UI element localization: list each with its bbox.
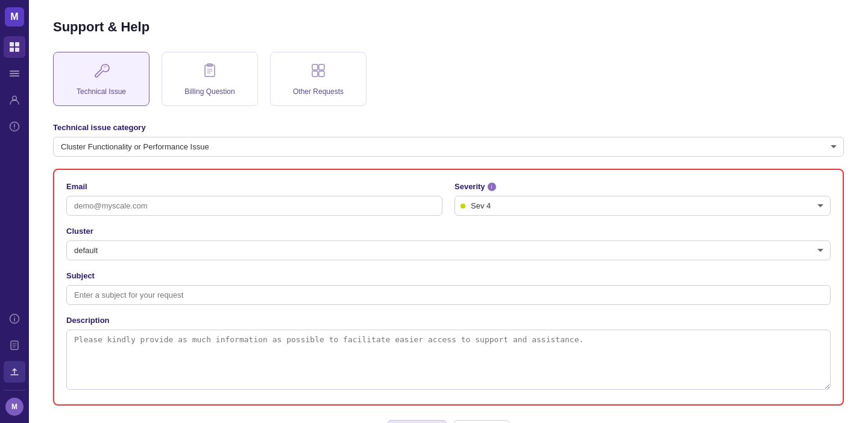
svg-point-10 <box>14 128 15 130</box>
category-select[interactable]: Cluster Functionality or Performance Iss… <box>53 137 844 157</box>
category-select-label: Technical issue category <box>53 123 844 132</box>
category-card-technical[interactable]: Technical Issue <box>53 52 149 106</box>
svg-rect-24 <box>312 64 318 70</box>
severity-info-icon: i <box>488 183 496 191</box>
grid-icon <box>310 62 327 83</box>
svg-point-18 <box>104 66 106 68</box>
sidebar-logo: M <box>5 7 24 27</box>
email-column: Email <box>66 182 442 216</box>
reset-button[interactable]: Reset <box>454 420 509 423</box>
cluster-select[interactable]: default <box>66 240 831 260</box>
severity-select[interactable]: Sev 1 Sev 2 Sev 3 Sev 4 <box>454 196 831 216</box>
other-card-label: Other Requests <box>293 87 344 96</box>
description-textarea[interactable] <box>66 330 831 390</box>
category-select-wrapper: Technical issue category Cluster Functio… <box>53 123 844 157</box>
sidebar-item-alerts[interactable] <box>4 116 25 137</box>
severity-dot <box>461 204 465 208</box>
sidebar-item-dashboard[interactable] <box>4 36 25 58</box>
sidebar: M <box>0 0 29 423</box>
page-title: Support & Help <box>53 19 844 35</box>
svg-rect-1 <box>15 42 19 46</box>
main-content: Support & Help Technical Issue <box>29 0 868 423</box>
sidebar-item-contacts[interactable] <box>4 89 25 111</box>
description-group: Description <box>66 316 831 392</box>
email-severity-row: Email Severity i Sev 1 Sev 2 Sev 3 Sev 4 <box>66 182 831 216</box>
form-buttons: Submit Reset <box>53 420 844 423</box>
cluster-group: Cluster default <box>66 227 831 260</box>
email-input[interactable] <box>66 196 442 216</box>
submit-button[interactable]: Submit <box>388 420 447 423</box>
subject-input[interactable] <box>66 285 831 305</box>
category-cards: Technical Issue Billing Question <box>53 52 844 106</box>
technical-card-label: Technical Issue <box>77 87 126 96</box>
wrench-icon <box>93 62 110 83</box>
cluster-label: Cluster <box>66 227 831 236</box>
severity-label: Severity <box>454 182 485 191</box>
svg-rect-27 <box>319 71 324 77</box>
category-card-other[interactable]: Other Requests <box>270 52 366 106</box>
sidebar-item-info[interactable] <box>4 308 25 330</box>
billing-card-label: Billing Question <box>184 87 234 96</box>
svg-rect-25 <box>319 64 324 70</box>
sidebar-item-upload[interactable] <box>4 361 25 383</box>
svg-point-13 <box>14 316 15 318</box>
severity-select-wrapper: Sev 1 Sev 2 Sev 3 Sev 4 <box>454 196 831 216</box>
svg-rect-0 <box>10 42 14 46</box>
sidebar-item-tools[interactable] <box>4 63 25 84</box>
description-label: Description <box>66 316 831 325</box>
subject-label: Subject <box>66 271 831 280</box>
user-avatar[interactable]: M <box>5 398 24 416</box>
svg-rect-2 <box>10 48 14 52</box>
severity-label-row: Severity i <box>454 182 831 191</box>
clipboard-icon <box>201 62 218 83</box>
svg-rect-26 <box>312 71 318 77</box>
category-card-billing[interactable]: Billing Question <box>162 52 258 106</box>
support-form: Email Severity i Sev 1 Sev 2 Sev 3 Sev 4 <box>53 169 844 406</box>
sidebar-bottom: M <box>4 308 25 416</box>
severity-column: Severity i Sev 1 Sev 2 Sev 3 Sev 4 <box>454 182 831 216</box>
svg-rect-3 <box>15 48 19 52</box>
sidebar-item-docs[interactable] <box>4 334 25 356</box>
email-label: Email <box>66 182 442 191</box>
subject-group: Subject <box>66 271 831 305</box>
